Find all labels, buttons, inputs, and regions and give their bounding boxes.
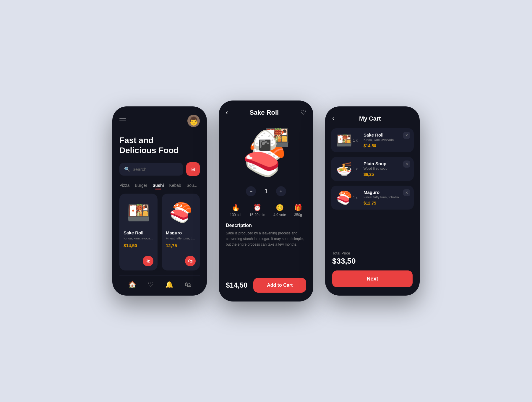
category-burger[interactable]: Burger	[135, 183, 147, 188]
stats-row: 🔥 130 cal ⏰ 15-20 min 😊 4.9 vote 🎁 350g	[219, 201, 313, 223]
stat-weight-value: 350g	[294, 213, 302, 217]
item-image: 🍜	[335, 161, 353, 177]
description-text: Sake is produced by a leavening process …	[226, 231, 306, 248]
back-button[interactable]: ‹	[332, 115, 334, 122]
add-to-cart-button[interactable]: 🛍	[143, 256, 153, 266]
cart-bottom-bar: Total Price $33,50 Next	[325, 245, 420, 296]
stat-rating: 😊 4.9 vote	[273, 204, 286, 217]
food-name: Maguro	[166, 230, 196, 235]
bottom-nav: 🏠 ♡ 🔔 🛍	[119, 275, 200, 296]
page-title: Fast and Delicious Food	[119, 135, 200, 155]
phone-detail: ‹ Sake Roll ♡ 🍣 🍱 🍙 − 1 + 🔥 130 cal ⏰	[219, 100, 313, 302]
favorite-button[interactable]: ♡	[300, 109, 306, 116]
nav-cart[interactable]: 🛍	[185, 281, 191, 288]
item-price: $14,50	[364, 143, 407, 148]
next-button[interactable]: Next	[332, 270, 413, 287]
stat-calories-value: 130 cal	[230, 213, 241, 217]
food-image: 🍣	[166, 198, 196, 227]
bag-icon: 🛍	[146, 258, 150, 264]
item-subtitle: Finest fatty tuna, tobikko	[364, 195, 407, 199]
food-image: 🍱	[124, 198, 153, 227]
item-quantity: 1 x	[353, 138, 358, 142]
description-section: Description Sake is produced by a leaven…	[219, 223, 313, 272]
nav-notifications[interactable]: 🔔	[165, 281, 173, 288]
nav-home[interactable]: 🏠	[128, 281, 136, 288]
decrease-button[interactable]: −	[246, 186, 256, 196]
description-title: Description	[226, 223, 306, 228]
menu-icon[interactable]	[119, 119, 126, 123]
bag-icon: 🛍	[188, 258, 193, 264]
category-tabs: Pizza Burger Sushi Kebab Sou...	[119, 183, 200, 188]
cart-title: My Cart	[334, 115, 406, 122]
item-name: Maguro	[364, 190, 407, 195]
filter-button[interactable]: ⊞	[186, 162, 200, 176]
food-cards: 🍱 Sake Roll Kinoa, kani, avocado $14,50 …	[119, 194, 200, 270]
item-image: 🍱	[335, 133, 353, 148]
search-bar: 🔍 Search ⊞	[119, 162, 200, 176]
total-label: Total Price	[332, 251, 413, 255]
smile-icon: 😊	[276, 204, 284, 212]
stat-time: ⏰ 15-20 min	[249, 204, 265, 217]
add-to-cart-button[interactable]: Add to Cart	[253, 278, 306, 293]
item-image: 🍣	[335, 190, 353, 205]
food-card-maguro[interactable]: 🍣 Maguro Finest fatty tuna, tobik 12,75 …	[162, 194, 200, 270]
stat-rating-value: 4.9 vote	[273, 213, 286, 217]
add-to-cart-button[interactable]: 🛍	[185, 256, 196, 266]
stat-time-value: 15-20 min	[249, 213, 265, 217]
category-pizza[interactable]: Pizza	[119, 183, 129, 188]
food-price: 12,75	[166, 243, 196, 248]
quantity-row: − 1 +	[219, 181, 313, 201]
product-action-bar: $14,50 Add to Cart	[219, 272, 313, 302]
quantity-value: 1	[264, 188, 267, 195]
cart-item: 🍣 1 x Maguro Finest fatty tuna, tobikko …	[331, 186, 414, 210]
search-placeholder: Search	[132, 167, 147, 172]
remove-item-button[interactable]: ✕	[403, 132, 410, 139]
filter-icon: ⊞	[191, 166, 195, 172]
item-info: Sake Roll Kinoa, kani, avocado $14,50	[361, 132, 410, 148]
back-button[interactable]: ‹	[226, 109, 228, 116]
weight-icon: 🎁	[294, 204, 302, 212]
category-sushi[interactable]: Sushi	[153, 183, 164, 188]
search-icon: 🔍	[124, 166, 130, 172]
item-price: $12,75	[364, 201, 407, 205]
total-row: Total Price $33,50	[332, 251, 413, 266]
food-desc: Kinoa, kani, avocado	[124, 236, 153, 240]
food-name: Sake Roll	[124, 230, 153, 235]
product-price: $14,50	[226, 281, 247, 289]
cart-item: 🍱 1 x Sake Roll Kinoa, kani, avocado $14…	[331, 128, 414, 152]
avatar[interactable]: 👨	[187, 115, 200, 127]
item-subtitle: Kinoa, kani, avocado	[364, 138, 407, 142]
item-subtitle: Wood-fired soup	[364, 167, 407, 170]
item-price: $6,25	[364, 172, 407, 177]
item-name: Sake Roll	[364, 132, 407, 137]
stat-weight: 🎁 350g	[294, 204, 302, 217]
food-card-sake-roll[interactable]: 🍱 Sake Roll Kinoa, kani, avocado $14,50 …	[119, 194, 158, 270]
item-quantity: 1 x	[353, 167, 358, 171]
category-kebab[interactable]: Kebab	[169, 183, 181, 188]
phone-cart: ‹ My Cart 🍱 1 x Sake Roll Kinoa, kani, a…	[325, 106, 420, 296]
product-image: 🍣 🍱 🍙	[219, 122, 313, 181]
item-info: Plain Soup Wood-fired soup $6,25	[361, 161, 410, 177]
clock-icon: ⏰	[253, 204, 261, 212]
food-price: $14,50	[124, 243, 153, 248]
item-name: Plain Soup	[364, 161, 407, 166]
item-quantity: 1 x	[353, 196, 358, 200]
food-desc: Finest fatty tuna, tobik	[166, 236, 196, 240]
fire-icon: 🔥	[232, 204, 240, 212]
nav-favorites[interactable]: ♡	[148, 281, 154, 288]
item-info: Maguro Finest fatty tuna, tobikko $12,75	[361, 190, 410, 205]
cart-items-list: 🍱 1 x Sake Roll Kinoa, kani, avocado $14…	[325, 128, 420, 245]
stat-calories: 🔥 130 cal	[230, 204, 241, 217]
product-title: Sake Roll	[249, 109, 279, 116]
increase-button[interactable]: +	[276, 186, 286, 196]
cart-item: 🍜 1 x Plain Soup Wood-fired soup $6,25 ✕	[331, 157, 414, 181]
remove-item-button[interactable]: ✕	[403, 189, 410, 196]
total-price: $33,50	[332, 257, 413, 266]
remove-item-button[interactable]: ✕	[403, 161, 410, 168]
search-input-wrap[interactable]: 🔍 Search	[119, 163, 183, 176]
phone-home: 👨 Fast and Delicious Food 🔍 Search ⊞ Piz…	[112, 106, 207, 296]
category-soup[interactable]: Sou...	[186, 183, 197, 188]
